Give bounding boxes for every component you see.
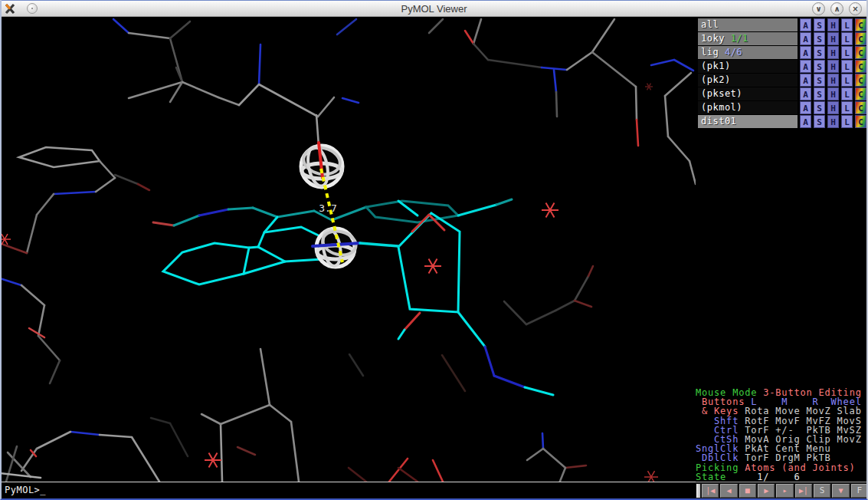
action-button[interactable]: A	[800, 101, 811, 114]
maximize-icon[interactable]: ∧	[830, 2, 843, 15]
water-asterisks	[2, 84, 658, 482]
object-state: 4/6	[719, 47, 742, 58]
step-back-button[interactable]: ◀	[720, 484, 737, 498]
command-line[interactable]: PyMOL>_	[2, 482, 696, 498]
cage-sphere-top	[301, 143, 342, 188]
object-name: (pkmol)	[701, 102, 742, 113]
color-button[interactable]: C	[855, 46, 866, 59]
hide-button[interactable]: H	[827, 46, 839, 59]
label-button[interactable]: L	[841, 60, 853, 73]
action-button[interactable]: A	[800, 46, 811, 59]
fullscreen-button[interactable]: F	[851, 484, 868, 498]
prompt-label: PyMOL>	[5, 485, 40, 495]
movie-controls: |◀ ◀ ■ ▶ ▸ ▶| S ▼ F	[696, 482, 868, 498]
hide-button[interactable]: H	[827, 74, 839, 87]
show-button[interactable]: S	[814, 32, 825, 45]
object-name: all	[701, 19, 719, 30]
object-list: all ASHLC 1oky 1/1 ASHLC lig 4/6 ASHLC (…	[696, 17, 866, 128]
object-row-all[interactable]: all ASHLC	[698, 18, 866, 31]
object-name: (pkset)	[701, 88, 742, 99]
ligand-lines	[153, 199, 553, 395]
action-button[interactable]: A	[800, 18, 811, 31]
hide-button[interactable]: H	[827, 18, 839, 31]
titlebar: PyMOL Viewer ∨ ∧ ×	[0, 0, 868, 17]
state-line[interactable]: State 1/ 6	[696, 472, 866, 482]
window-title: PyMOL Viewer	[0, 3, 868, 15]
label-button[interactable]: L	[841, 74, 853, 87]
color-button[interactable]: C	[855, 18, 866, 31]
skip-start-button[interactable]: |◀	[702, 484, 719, 498]
object-row-dist01[interactable]: dist01 ASHLC	[698, 115, 866, 128]
label-button[interactable]: L	[841, 18, 853, 31]
skip-end-button[interactable]: ▶|	[795, 484, 812, 498]
label-button[interactable]: L	[841, 115, 853, 128]
action-button[interactable]: A	[800, 32, 811, 45]
color-button[interactable]: C	[855, 87, 866, 100]
object-name: 1oky	[701, 33, 725, 44]
molecule-canvas[interactable]: 3.7	[2, 17, 696, 482]
object-name: (pk1)	[701, 61, 731, 71]
label-button[interactable]: L	[841, 46, 853, 59]
action-button[interactable]: A	[800, 74, 811, 87]
distance-label: 3.7	[319, 202, 336, 214]
hide-button[interactable]: H	[827, 101, 839, 114]
action-button[interactable]: A	[800, 60, 811, 73]
pymol-window: PyMOL Viewer ∨ ∧ ×	[0, 0, 868, 500]
color-button[interactable]: C	[855, 74, 866, 87]
scene-button[interactable]: S	[814, 484, 830, 498]
label-button[interactable]: L	[841, 101, 853, 114]
play-button[interactable]: ▶	[758, 484, 775, 498]
close-icon[interactable]: ×	[849, 2, 862, 15]
action-button[interactable]: A	[800, 87, 811, 100]
panel-scrollbar[interactable]	[696, 484, 700, 498]
object-row-lig[interactable]: lig 4/6 ASHLC	[698, 46, 866, 59]
object-row-pkmol[interactable]: (pkmol) ASHLC	[698, 101, 866, 114]
show-button[interactable]: S	[814, 60, 825, 73]
object-state: 1/1	[725, 33, 748, 44]
object-row-pk2[interactable]: (pk2) ASHLC	[698, 74, 866, 87]
step-forward-button[interactable]: ▸	[776, 484, 793, 498]
object-panel: all ASHLC 1oky 1/1 ASHLC lig 4/6 ASHLC (…	[696, 17, 866, 482]
show-button[interactable]: S	[814, 87, 825, 100]
show-button[interactable]: S	[814, 46, 825, 59]
mouse-mode-panel[interactable]: Mouse Mode 3-Button Editing Buttons L M …	[696, 388, 866, 482]
hide-button[interactable]: H	[827, 87, 839, 100]
action-button[interactable]: A	[800, 115, 811, 128]
object-row-pk1[interactable]: (pk1) ASHLC	[698, 60, 866, 73]
show-button[interactable]: S	[814, 101, 825, 114]
window-buttons: ∨ ∧ ×	[812, 2, 862, 15]
color-button[interactable]: C	[855, 101, 866, 114]
color-button[interactable]: C	[855, 32, 866, 45]
object-name: lig	[701, 47, 719, 58]
show-button[interactable]: S	[814, 74, 825, 87]
show-button[interactable]: S	[814, 18, 825, 31]
hide-button[interactable]: H	[827, 32, 839, 45]
hide-button[interactable]: H	[827, 115, 839, 128]
object-row-1oky[interactable]: 1oky 1/1 ASHLC	[698, 32, 866, 45]
text-cursor: _	[40, 485, 46, 495]
object-row-pkset[interactable]: (pkset) ASHLC	[698, 87, 866, 100]
menu-dropdown-button[interactable]: ▼	[832, 484, 849, 498]
object-name: dist01	[701, 116, 736, 127]
label-button[interactable]: L	[841, 32, 853, 45]
cage-sphere-bottom	[313, 228, 398, 267]
color-button[interactable]: C	[855, 60, 866, 73]
viewport-3d[interactable]: 3.7	[2, 17, 696, 482]
hide-button[interactable]: H	[827, 60, 839, 73]
show-button[interactable]: S	[814, 115, 825, 128]
label-button[interactable]: L	[841, 87, 853, 100]
stop-button[interactable]: ■	[739, 484, 756, 498]
minimize-icon[interactable]: ∨	[812, 2, 825, 15]
object-name: (pk2)	[701, 74, 731, 85]
color-button[interactable]: C	[855, 115, 866, 128]
